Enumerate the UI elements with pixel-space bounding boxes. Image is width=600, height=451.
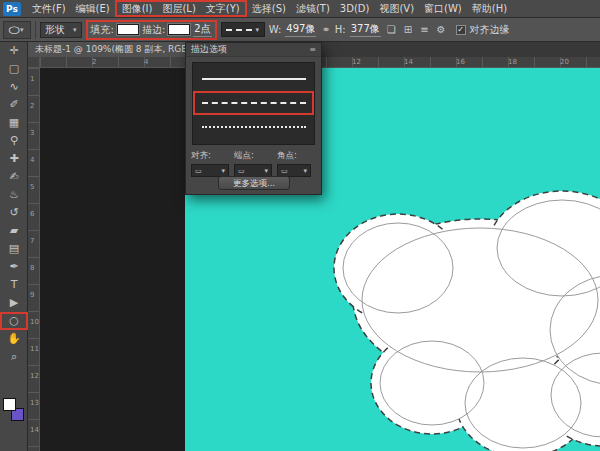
eyedropper-tool-icon: ⚲ (10, 134, 18, 147)
photoshop-window: Ps 文件(F)编辑(E)图像(I)图层(L)文字(Y)选择(S)滤镜(T)3D… (0, 0, 600, 451)
chevron-down-icon: ▾ (303, 167, 307, 175)
gear-icon[interactable]: ⚙ (435, 24, 448, 35)
top-ruler-number: 4 (144, 58, 148, 66)
menu-item-9[interactable]: 视图(V) (374, 1, 419, 17)
corners-control: 角点: ▭ ▾ (277, 150, 311, 177)
top-ruler-number: 18 (508, 58, 517, 66)
crop-tool[interactable]: ▦ (0, 114, 28, 132)
history-brush-tool[interactable]: ↺ (0, 204, 28, 222)
fill-label: 填充: (91, 23, 114, 37)
caps-label: 端点: (234, 150, 272, 162)
chevron-down-icon: ▾ (255, 26, 259, 34)
tools-panel: ✛▢∿✐▦⚲✚✍♨↺▰▤✒T▶○✋⌕ (0, 42, 28, 451)
document-tab[interactable]: 未标题-1 @ 109%(椭圆 8 副本, RGB/8)* (28, 42, 200, 57)
foreground-color-swatch[interactable] (3, 398, 16, 411)
eraser-tool[interactable]: ▰ (0, 222, 28, 240)
path-arrange-icon[interactable]: ≡ (418, 24, 430, 35)
quick-selection-tool[interactable]: ✐ (0, 96, 28, 114)
menu-items: 文件(F)编辑(E)图像(I)图层(L)文字(Y)选择(S)滤镜(T)3D(D)… (27, 0, 512, 18)
top-ruler-number: 20 (560, 58, 569, 66)
menu-item-10[interactable]: 窗口(W) (419, 1, 467, 17)
brush-tool-icon: ✍ (9, 170, 18, 183)
stroke-width-field[interactable]: 2点 (193, 22, 211, 37)
align-label: 对齐: (191, 150, 229, 162)
left-ruler-number: 5 (30, 183, 34, 191)
rectangular-marquee-tool-icon: ▢ (9, 62, 19, 75)
rectangular-marquee-tool[interactable]: ▢ (0, 60, 28, 78)
chevron-down-icon: ▾ (221, 167, 225, 175)
eraser-tool-icon: ▰ (10, 224, 18, 237)
stroke-style-option-dotted[interactable] (193, 115, 314, 139)
tool-mode-select[interactable]: 形状 ▾ (40, 22, 82, 38)
type-tool[interactable]: T (0, 276, 28, 294)
chevron-down-icon: ▾ (264, 167, 268, 175)
spot-healing-brush-tool-icon: ✚ (9, 152, 18, 165)
path-alignment-icon[interactable]: ⊞ (402, 24, 414, 35)
menu-item-1[interactable]: 文件(F) (27, 1, 71, 17)
left-ruler-number: 2 (30, 102, 34, 110)
ellipse-tool[interactable]: ○ (0, 312, 28, 330)
stroke-type-select[interactable]: ▾ (221, 22, 265, 37)
hand-tool[interactable]: ✋ (0, 330, 28, 348)
width-field[interactable]: 497像 (285, 22, 316, 37)
eyedropper-tool[interactable]: ⚲ (0, 132, 28, 150)
cap-swatch-icon: ▭ (238, 167, 245, 175)
pen-tool[interactable]: ✒ (0, 258, 28, 276)
pen-tool-icon: ✒ (9, 260, 18, 273)
gradient-tool-icon: ▤ (9, 242, 19, 255)
menu-item-8[interactable]: 3D(D) (335, 1, 375, 17)
stroke-style-option-solid[interactable] (193, 67, 314, 91)
align-edges-checkbox[interactable]: ✓ (456, 25, 466, 35)
link-icon[interactable]: ⚭ (320, 24, 330, 35)
menu-item-5[interactable]: 文字(Y) (201, 1, 245, 17)
path-selection-tool[interactable]: ▶ (0, 294, 28, 312)
stroke-style-option-dashed[interactable] (193, 91, 314, 115)
top-ruler-number: 16 (456, 58, 465, 66)
ellipse-preset-icon: ○ (9, 24, 21, 35)
clone-stamp-tool[interactable]: ♨ (0, 186, 28, 204)
fill-swatch[interactable] (117, 24, 139, 35)
menu-item-4[interactable]: 图层(L) (157, 1, 200, 17)
separator (35, 21, 36, 39)
menu-item-11[interactable]: 帮助(H) (467, 1, 512, 17)
tool-mode-value: 形状 (45, 23, 65, 37)
photoshop-logo: Ps (3, 2, 21, 16)
move-tool-icon: ✛ (9, 44, 18, 57)
panel-title: 描边选项 (191, 43, 227, 56)
menu-item-3[interactable]: 图像(I) (117, 1, 158, 17)
move-tool[interactable]: ✛ (0, 42, 28, 60)
menu-item-7[interactable]: 滤镜(T) (291, 1, 335, 17)
more-options-button[interactable]: 更多选项... (218, 176, 290, 190)
left-ruler-number: 9 (30, 291, 34, 299)
lasso-tool-icon: ∿ (9, 80, 18, 93)
path-operations-icon[interactable]: ❏ (385, 24, 398, 35)
left-ruler-number: 6 (30, 210, 34, 218)
left-ruler-number: 8 (30, 264, 34, 272)
left-ruler-number: 10 (30, 318, 39, 326)
ruler-corner (28, 57, 40, 68)
annotation-box-fill-stroke: 填充: 描边: 2点 (86, 20, 217, 40)
menu-item-2[interactable]: 编辑(E) (71, 1, 115, 17)
spot-healing-brush-tool[interactable]: ✚ (0, 150, 28, 168)
menu-item-6[interactable]: 选择(S) (247, 1, 291, 17)
type-tool-icon: T (11, 278, 18, 291)
stroke-label: 描边: (142, 23, 165, 37)
panel-menu-icon[interactable]: ≡ (309, 45, 316, 54)
brush-tool[interactable]: ✍ (0, 168, 28, 186)
tool-preset-button[interactable]: ○ ▾ (3, 21, 31, 39)
stroke-swatch[interactable] (168, 24, 190, 35)
clone-stamp-tool-icon: ♨ (9, 188, 19, 201)
color-swatches (3, 398, 27, 424)
lasso-tool[interactable]: ∿ (0, 78, 28, 96)
height-field[interactable]: 377像 (350, 22, 381, 37)
gradient-tool[interactable]: ▤ (0, 240, 28, 258)
document-tab-title: 未标题-1 @ 109%(椭圆 8 副本, RGB/8)* (35, 44, 200, 54)
annotation-box-menu: 图像(I)图层(L)文字(Y) (115, 0, 247, 17)
dashed-line-preview (202, 102, 306, 104)
chevron-down-icon: ▾ (73, 26, 77, 34)
corner-swatch-icon: ▭ (281, 167, 288, 175)
left-ruler-number: 4 (30, 156, 34, 164)
caps-control: 端点: ▭ ▾ (234, 150, 272, 177)
solid-line-preview (202, 78, 306, 80)
zoom-tool[interactable]: ⌕ (0, 348, 28, 366)
